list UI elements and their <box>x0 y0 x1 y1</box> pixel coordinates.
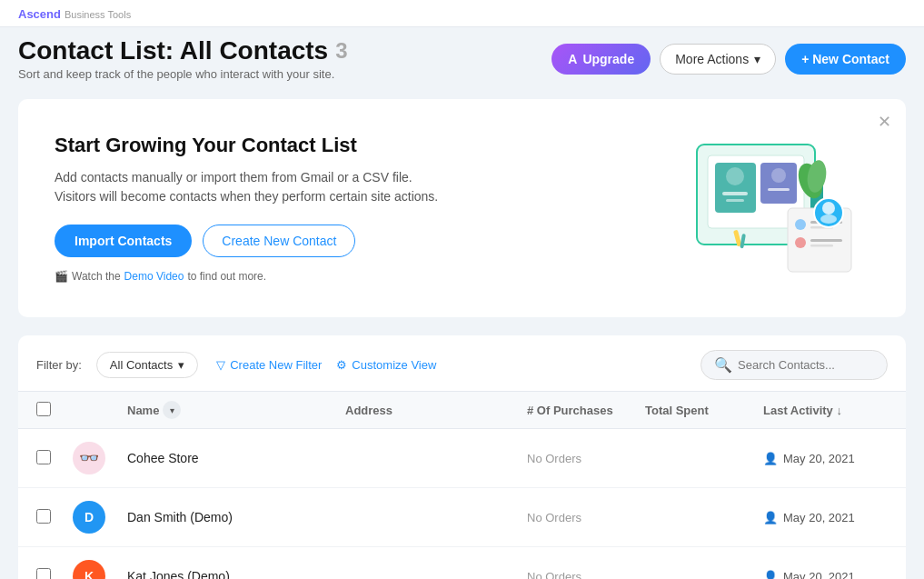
upgrade-icon: A <box>568 52 577 66</box>
new-contact-button[interactable]: + New Contact <box>785 44 906 75</box>
header-row: Contact List: All Contacts 3 Sort and ke… <box>0 27 924 85</box>
table-header: Name ▾ Address # Of Purchases Total Spen… <box>18 392 906 429</box>
contact-avatar: D <box>73 501 105 534</box>
contact-purchases: No Orders <box>527 452 645 465</box>
filter-icon: ▽ <box>216 358 225 372</box>
person-icon: 👤 <box>763 452 778 465</box>
search-input[interactable] <box>738 358 874 372</box>
header-total-spent-col: Total Spent <box>645 404 763 417</box>
filter-dropdown-label: All Contacts <box>110 358 173 372</box>
contact-last-activity: 👤 May 20, 2021 <box>763 511 924 524</box>
header-purchases-col: # Of Purchases <box>527 404 645 417</box>
banner-illustration <box>670 126 869 290</box>
contact-avatar: K <box>73 560 105 579</box>
filter-bar: Filter by: All Contacts ▾ ▽ Create New F… <box>18 350 906 392</box>
chevron-down-icon: ▾ <box>178 358 184 372</box>
search-box: 🔍 <box>700 350 888 380</box>
upgrade-button[interactable]: A Upgrade <box>551 44 651 75</box>
header-checkbox-col <box>36 402 73 419</box>
brand-sub: Business Tools <box>65 9 131 20</box>
new-contact-label: + New Contact <box>801 52 889 66</box>
table-row: 👓 Cohee Store No Orders 👤 May 20, 2021 <box>18 429 906 488</box>
create-filter-button[interactable]: ▽ Create New Filter <box>216 358 322 372</box>
contact-list-section: Filter by: All Contacts ▾ ▽ Create New F… <box>18 335 906 579</box>
header-actions: A Upgrade More Actions ▾ + New Contact <box>551 44 906 75</box>
svg-rect-5 <box>726 199 744 202</box>
import-contacts-button[interactable]: Import Contacts <box>55 225 192 257</box>
header-name-col[interactable]: Name ▾ <box>127 401 345 419</box>
cohee-icon: 👓 <box>79 448 99 468</box>
row-select-checkbox[interactable] <box>36 450 51 464</box>
grow-contact-banner: Start Growing Your Contact List Add cont… <box>18 99 906 317</box>
svg-rect-13 <box>795 219 806 230</box>
banner-text: Add contacts manually or import them fro… <box>55 168 438 206</box>
banner-buttons: Import Contacts Create New Contact <box>55 225 438 257</box>
brand: Ascend Business Tools <box>18 7 906 21</box>
top-bar: Ascend Business Tools <box>0 0 924 27</box>
svg-point-3 <box>726 167 744 185</box>
contact-name: Kat Jones (Demo) <box>127 569 345 579</box>
search-icon: 🔍 <box>714 356 732 374</box>
svg-point-20 <box>822 202 835 215</box>
page-title: Contact List: All Contacts <box>18 36 328 65</box>
chevron-down-icon: ▾ <box>754 52 760 66</box>
svg-point-21 <box>820 215 837 224</box>
person-icon: 👤 <box>763 511 778 524</box>
row-select-checkbox[interactable] <box>36 568 51 580</box>
table-row: D Dan Smith (Demo) No Orders 👤 May 20, 2… <box>18 488 906 547</box>
banner-title: Start Growing Your Contact List <box>55 134 438 157</box>
contact-name: Cohee Store <box>127 451 345 465</box>
name-sort-button[interactable]: ▾ <box>163 401 181 419</box>
title-area: Contact List: All Contacts 3 Sort and ke… <box>18 36 348 81</box>
create-new-contact-button[interactable]: Create New Contact <box>203 225 355 257</box>
svg-point-7 <box>771 168 786 183</box>
contact-count: 3 <box>335 38 347 64</box>
banner-close-button[interactable]: ✕ <box>878 112 891 132</box>
svg-rect-18 <box>810 245 833 247</box>
settings-icon: ⚙ <box>336 358 347 372</box>
svg-rect-4 <box>722 192 748 195</box>
demo-video-link[interactable]: Demo Video <box>124 270 184 283</box>
header-address-col: Address <box>345 404 527 417</box>
watch-icon: 🎬 <box>55 270 68 283</box>
row-checkbox <box>36 509 73 526</box>
person-icon: 👤 <box>763 570 778 580</box>
filter-dropdown[interactable]: All Contacts ▾ <box>96 352 198 378</box>
header-last-activity-col: Last Activity ↓ <box>763 404 924 417</box>
filter-actions: ▽ Create New Filter ⚙ Customize View <box>216 358 436 372</box>
avatar: 👓 <box>73 442 127 474</box>
more-actions-button[interactable]: More Actions ▾ <box>660 44 776 75</box>
banner-content: Start Growing Your Contact List Add cont… <box>55 134 438 283</box>
contact-purchases: No Orders <box>527 570 645 580</box>
svg-rect-16 <box>795 237 806 248</box>
more-actions-label: More Actions <box>675 52 749 66</box>
page-title-wrapper: Contact List: All Contacts 3 <box>18 36 348 65</box>
page-subtitle: Sort and keep track of the people who in… <box>18 67 348 81</box>
avatar: D <box>73 501 127 534</box>
row-select-checkbox[interactable] <box>36 509 51 524</box>
select-all-checkbox[interactable] <box>36 402 51 416</box>
main-content: Start Growing Your Contact List Add cont… <box>0 85 924 579</box>
table-row: K Kat Jones (Demo) No Orders 👤 May 20, 2… <box>18 547 906 579</box>
filter-by-label: Filter by: <box>36 358 82 372</box>
avatar: K <box>73 560 127 579</box>
upgrade-label: Upgrade <box>582 52 634 66</box>
row-checkbox <box>36 450 73 467</box>
contact-last-activity: 👤 May 20, 2021 <box>763 570 924 580</box>
contact-purchases: No Orders <box>527 511 645 524</box>
brand-name: Ascend <box>18 7 61 21</box>
customize-view-button[interactable]: ⚙ Customize View <box>336 358 436 372</box>
contact-last-activity: 👤 May 20, 2021 <box>763 452 924 465</box>
contact-avatar: 👓 <box>73 442 105 474</box>
contact-name: Dan Smith (Demo) <box>127 510 345 524</box>
svg-rect-17 <box>810 239 842 242</box>
svg-rect-8 <box>768 188 790 191</box>
row-checkbox <box>36 568 73 580</box>
banner-watch: 🎬 Watch the Demo Video to find out more. <box>55 270 438 283</box>
